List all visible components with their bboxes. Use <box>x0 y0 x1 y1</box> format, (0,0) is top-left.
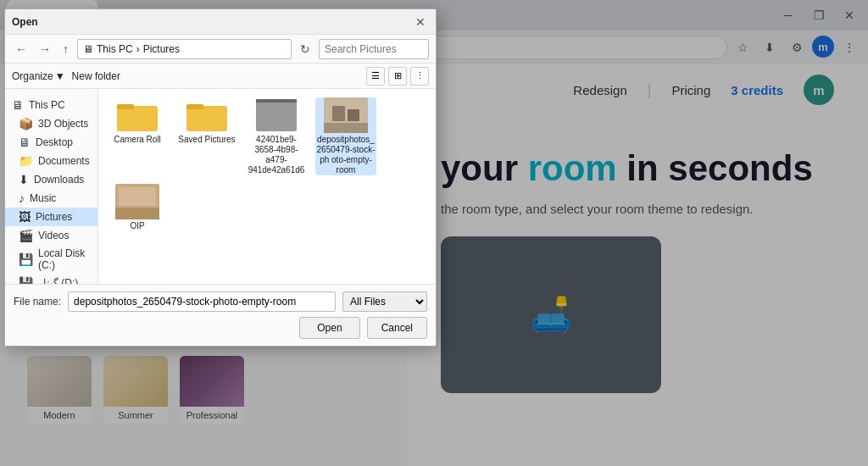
file-item-camera-roll[interactable]: Camera Roll <box>107 97 168 175</box>
svg-rect-8 <box>332 106 345 121</box>
dialog-sidebar-item-3dobjects[interactable]: 📦 3D Objects <box>5 114 97 133</box>
file-item-gray-image[interactable]: 42401be9-3658-4b98-a479-941de42a61d6 <box>246 97 307 175</box>
dialog-refresh-button[interactable]: ↻ <box>297 41 314 58</box>
downloads-label: Downloads <box>34 174 84 186</box>
dialog-sidebar-item-pictures[interactable]: 🖼 Pictures <box>5 208 97 226</box>
dialog-title: Open <box>12 16 412 28</box>
dialog-sidebar-item-downloads[interactable]: ⬇ Downloads <box>5 170 97 189</box>
gray-image-thumbnail <box>254 97 298 133</box>
documents-label: Documents <box>38 155 90 167</box>
dialog-sidebar-item-desktop[interactable]: 🖥 Desktop <box>5 133 97 152</box>
view-icons: ☰ ⊞ ⋮ <box>366 67 429 86</box>
dialog-sidebar-item-localc[interactable]: 💾 Local Disk (C:) <box>5 245 97 274</box>
localc-icon: 💾 <box>19 252 33 266</box>
dialog-sidebar-item-music[interactable]: ♪ Music <box>5 189 97 208</box>
svg-rect-2 <box>186 106 227 131</box>
file-name-saved-pictures: Saved Pictures <box>178 135 235 145</box>
dialog-forward-button[interactable]: → <box>36 41 54 58</box>
svg-rect-9 <box>348 109 359 121</box>
dialog-up-button[interactable]: ↑ <box>59 41 72 58</box>
dialog-actions-bar: Organize ▼ New folder ☰ ⊞ ⋮ <box>5 64 436 89</box>
view-list-button[interactable]: ☰ <box>366 67 385 86</box>
3dobjects-icon: 📦 <box>19 117 33 130</box>
documents-icon: 📁 <box>19 154 33 168</box>
dialog-sidebar-item-thispc[interactable]: 🖥 This PC <box>5 96 97 114</box>
folder-icon <box>115 97 159 133</box>
file-name-oip: OIP <box>130 221 144 231</box>
path-icon: 🖥 <box>83 43 93 55</box>
d-icon: 💾 <box>19 276 33 284</box>
svg-rect-12 <box>119 187 156 206</box>
dialog-content-area: Camera Roll Saved Pictures 424 <box>98 89 436 284</box>
dialog-cancel-button[interactable]: Cancel <box>367 317 427 339</box>
music-icon: ♪ <box>19 191 25 205</box>
file-name-depositphotos: depositphotos_2650479-stock-ph oto-empty… <box>315 135 376 175</box>
file-name-gray-image: 42401be9-3658-4b98-a479-941de42a61d6 <box>246 135 307 175</box>
music-label: Music <box>30 192 56 204</box>
view-grid-button[interactable]: ⊞ <box>388 67 407 86</box>
pictures-label: Pictures <box>36 211 72 223</box>
svg-rect-3 <box>186 104 203 109</box>
path-sep1: › <box>136 43 140 55</box>
thispc-icon: 🖥 <box>12 98 24 112</box>
folder-icon-2 <box>185 97 229 133</box>
dialog-overlay: Open ✕ ← → ↑ 🖥 This PC › Pictures ↻ Orga… <box>0 0 868 466</box>
dialog-footer: File name: All Files Open Cancel <box>5 284 436 346</box>
room-image-thumbnail <box>324 97 368 133</box>
filename-input[interactable] <box>68 291 336 312</box>
videos-label: Videos <box>38 230 69 241</box>
dialog-path-bar[interactable]: 🖥 This PC › Pictures <box>77 39 292 59</box>
dialog-back-button[interactable]: ← <box>12 41 31 58</box>
videos-icon: 🎬 <box>19 229 33 242</box>
organize-chevron-icon: ▼ <box>55 70 65 82</box>
dialog-open-button[interactable]: Open <box>299 317 359 339</box>
svg-rect-7 <box>324 123 368 133</box>
dialog-sidebar-item-d[interactable]: 💾 گیتار (D:) <box>5 274 97 284</box>
dialog-search-input[interactable] <box>319 39 429 59</box>
file-name-camera-roll: Camera Roll <box>114 135 161 145</box>
filename-row: File name: All Files <box>14 291 427 312</box>
d-label: گیتار (D:) <box>38 277 78 284</box>
desktop-label: Desktop <box>36 136 73 148</box>
view-details-button[interactable]: ⋮ <box>410 67 429 86</box>
dialog-close-button[interactable]: ✕ <box>412 14 429 31</box>
file-item-saved-pictures[interactable]: Saved Pictures <box>176 97 237 175</box>
dialog-titlebar: Open ✕ <box>5 9 436 35</box>
dialog-toolbar: ← → ↑ 🖥 This PC › Pictures ↻ <box>5 35 436 64</box>
svg-rect-4 <box>256 99 297 131</box>
svg-rect-5 <box>256 99 297 103</box>
dialog-buttons-row: Open Cancel <box>14 317 427 339</box>
thispc-label: This PC <box>29 99 65 111</box>
path-pictures: Pictures <box>143 43 180 55</box>
path-thispc: This PC <box>97 43 133 55</box>
organize-label: Organize <box>12 70 53 82</box>
dialog-sidebar-item-documents[interactable]: 📁 Documents <box>5 152 97 170</box>
3dobjects-label: 3D Objects <box>38 118 88 130</box>
file-item-oip[interactable]: OIP <box>107 184 168 231</box>
filetype-select[interactable]: All Files <box>342 291 427 312</box>
pictures-icon: 🖼 <box>19 210 31 224</box>
dialog-sidebar: 🖥 This PC 📦 3D Objects 🖥 Desktop 📁 Docum… <box>5 89 98 284</box>
new-folder-button[interactable]: New folder <box>72 70 120 82</box>
filename-label: File name: <box>14 296 61 308</box>
svg-rect-0 <box>117 106 158 131</box>
organize-button[interactable]: Organize ▼ <box>12 70 65 82</box>
downloads-icon: ⬇ <box>19 173 29 186</box>
dialog-body: 🖥 This PC 📦 3D Objects 🖥 Desktop 📁 Docum… <box>5 89 436 284</box>
localc-label: Local Disk (C:) <box>38 247 91 271</box>
desktop-icon: 🖥 <box>19 136 31 149</box>
file-item-depositphotos[interactable]: depositphotos_2650479-stock-ph oto-empty… <box>315 97 376 175</box>
file-open-dialog: Open ✕ ← → ↑ 🖥 This PC › Pictures ↻ Orga… <box>4 8 437 347</box>
svg-rect-1 <box>117 104 134 109</box>
dialog-sidebar-item-videos[interactable]: 🎬 Videos <box>5 226 97 245</box>
oip-image-thumbnail <box>115 184 159 219</box>
svg-rect-11 <box>115 208 159 219</box>
